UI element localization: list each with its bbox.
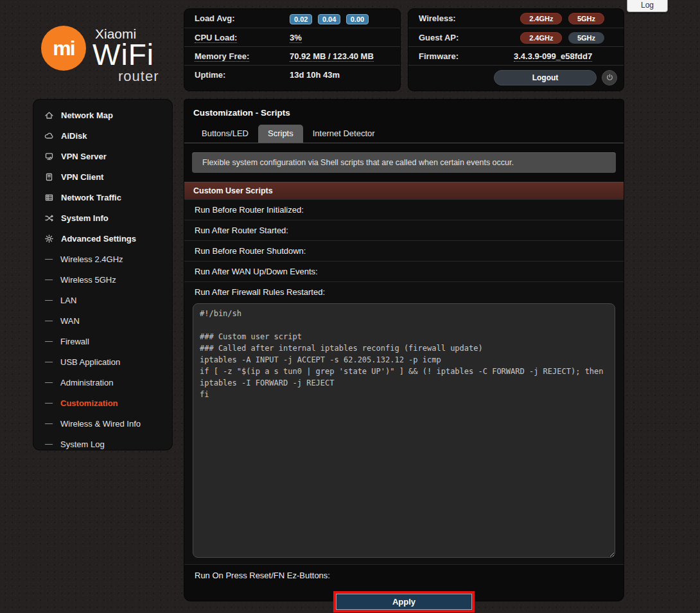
script-editor-wrap: #!/bin/sh ### Custom user script ### Cal…	[184, 302, 624, 564]
page-title: Customization - Scripts	[184, 100, 624, 125]
sidebar-item-wireless-5ghz[interactable]: Wireless 5GHz	[44, 269, 172, 290]
wireless-5ghz-toggle[interactable]: 5GHz	[568, 13, 604, 24]
cloud-icon	[44, 131, 54, 141]
brand-logo: mi Xiaomi WiFi router	[39, 18, 180, 82]
tab-scripts[interactable]: Scripts	[258, 125, 303, 143]
sidebar-item-advanced-settings[interactable]: Advanced Settings	[44, 228, 172, 249]
power-button[interactable]	[602, 70, 617, 85]
sidebar-item-firewall[interactable]: Firewall	[44, 331, 172, 351]
row-run-after-wan[interactable]: Run After WAN Up/Down Events:	[184, 261, 624, 281]
uptime-row: Uptime: 13d 10h 43m	[184, 65, 400, 84]
firmware-value[interactable]: 3.4.3.9-099_e58fdd7	[514, 51, 592, 61]
home-icon	[44, 111, 54, 120]
load-avg-label: Load Avg:	[195, 13, 290, 23]
uptime-value: 13d 10h 43m	[290, 70, 340, 80]
traffic-icon	[44, 193, 54, 202]
load-avg-row: Load Avg: 0.02 0.04 0.00	[184, 9, 400, 28]
guest-ap-row: Guest AP: 2.4GHz 5GHz	[408, 28, 624, 46]
log-button[interactable]: Log	[627, 0, 668, 12]
memory-free-row: Memory Free: 70.92 MB / 123.40 MB	[184, 46, 400, 65]
logout-button[interactable]: Logout	[494, 70, 597, 85]
status-panel: Load Avg: 0.02 0.04 0.00 CPU Load: 3% Me…	[184, 9, 400, 91]
sidebar-item-wan[interactable]: WAN	[44, 310, 172, 331]
sidebar-item-system-info[interactable]: System Info	[44, 208, 172, 228]
sidebar-item-customization[interactable]: Customization	[44, 393, 172, 413]
page-description: Flexible system configuration via Shell …	[192, 152, 616, 173]
tab-bar: Buttons/LED Scripts Internet Detector	[184, 125, 624, 143]
script-textarea[interactable]: #!/bin/sh ### Custom user script ### Cal…	[193, 303, 615, 558]
tab-internet-detector[interactable]: Internet Detector	[303, 125, 385, 143]
gear-icon	[44, 234, 54, 244]
cpu-load-label: CPU Load:	[195, 33, 290, 42]
main-content: Customization - Scripts Buttons/LED Scri…	[184, 100, 624, 601]
sidebar-item-vpn-client[interactable]: VPN Client	[44, 166, 172, 187]
vpn-client-icon	[44, 172, 54, 182]
apply-row: Apply	[184, 586, 624, 613]
sidebar-item-administration[interactable]: Administration	[44, 372, 172, 393]
section-header: Custom User Scripts	[184, 182, 624, 199]
sidebar-item-lan[interactable]: LAN	[44, 290, 172, 310]
wireless-24ghz-toggle[interactable]: 2.4GHz	[520, 13, 562, 24]
row-run-on-press-reset[interactable]: Run On Press Reset/FN Ez-Buttons:	[184, 564, 624, 586]
uptime-label: Uptime:	[195, 70, 290, 80]
sidebar-item-usb-application[interactable]: USB Application	[44, 351, 172, 372]
load-avg-badge-1: 0.02	[290, 14, 312, 24]
cpu-load-value: 3%	[290, 33, 302, 42]
memory-free-label: Memory Free:	[195, 51, 290, 61]
sidebar-nav: Network Map AiDisk VPN Server VPN Client…	[33, 100, 172, 450]
shuffle-icon	[44, 213, 54, 223]
firmware-row: Firmware: 3.4.3.9-099_e58fdd7	[408, 46, 624, 65]
memory-free-value: 70.92 MB / 123.40 MB	[290, 51, 374, 61]
sidebar-item-vpn-server[interactable]: VPN Server	[44, 146, 172, 166]
logo-sub: router	[118, 68, 159, 85]
guest-5ghz-toggle[interactable]: 5GHz	[568, 32, 604, 44]
logo-product: WiFi	[92, 37, 154, 72]
sidebar-item-wireless-24ghz[interactable]: Wireless 2.4GHz	[44, 249, 172, 269]
vpn-server-icon	[44, 152, 54, 161]
mi-logo-icon: mi	[41, 26, 86, 71]
wireless-panel: Wireless: 2.4GHz 5GHz Guest AP: 2.4GHz 5…	[408, 9, 624, 91]
sidebar-item-system-log[interactable]: System Log	[44, 434, 172, 454]
guest-24ghz-toggle[interactable]: 2.4GHz	[520, 32, 562, 44]
load-avg-badge-2: 0.04	[318, 14, 340, 24]
sidebar-item-network-traffic[interactable]: Network Traffic	[44, 187, 172, 208]
row-run-before-shutdown[interactable]: Run Before Router Shutdown:	[184, 240, 624, 261]
logout-row: Logout	[408, 65, 624, 89]
wireless-row: Wireless: 2.4GHz 5GHz	[408, 9, 624, 28]
guest-ap-label: Guest AP:	[419, 33, 514, 42]
cpu-load-row: CPU Load: 3%	[184, 28, 400, 46]
sidebar-item-aidisk[interactable]: AiDisk	[44, 125, 172, 146]
log-button-label: Log	[641, 1, 654, 10]
power-icon	[604, 73, 615, 82]
load-avg-badge-3: 0.00	[346, 14, 369, 24]
apply-button[interactable]: Apply	[336, 594, 472, 610]
row-run-after-firewall[interactable]: Run After Firewall Rules Restarted:	[184, 281, 624, 302]
firmware-label: Firmware:	[419, 51, 514, 61]
wireless-label: Wireless:	[419, 13, 514, 23]
load-avg-values: 0.02 0.04 0.00	[290, 13, 371, 24]
row-run-before-init[interactable]: Run Before Router Initialized:	[184, 199, 624, 220]
row-run-after-started[interactable]: Run After Router Started:	[184, 220, 624, 240]
sidebar-item-network-map[interactable]: Network Map	[44, 105, 172, 125]
tab-buttons-led[interactable]: Buttons/LED	[192, 125, 258, 143]
sidebar-item-wireless-wired-info[interactable]: Wireless & Wired Info	[44, 413, 172, 434]
